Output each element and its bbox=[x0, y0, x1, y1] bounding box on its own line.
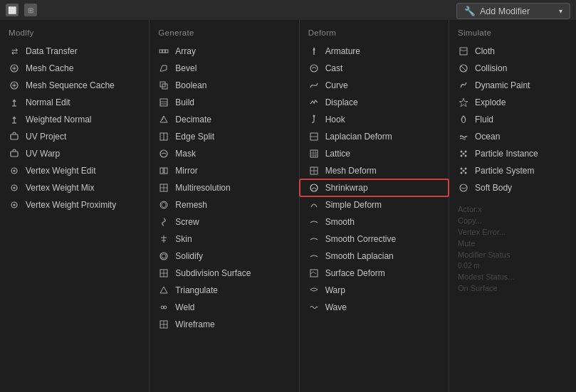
add-modifier-button[interactable]: 🔧 Add Modifier ▾ bbox=[456, 3, 570, 19]
bevel-item[interactable]: Bevel bbox=[150, 60, 298, 77]
warp-item[interactable]: Warp bbox=[300, 282, 449, 299]
smooth-corrective-item[interactable]: Smooth Corrective bbox=[300, 231, 449, 248]
soft-body-label: Soft Body bbox=[475, 183, 512, 193]
build-item[interactable]: Build bbox=[150, 94, 298, 111]
normal-edit-item[interactable]: Normal Edit bbox=[0, 94, 149, 111]
dropdown-arrow-icon: ▾ bbox=[559, 7, 562, 15]
smooth-label: Smooth bbox=[325, 217, 355, 227]
vertex-weight-proximity-item[interactable]: Vertex Weight Proximity bbox=[0, 196, 149, 213]
screw-item[interactable]: Screw bbox=[150, 213, 298, 231]
svg-marker-72 bbox=[459, 98, 468, 107]
armature-item[interactable]: Armature bbox=[300, 43, 449, 60]
vertex-weight-edit-item[interactable]: Vertex Weight Edit bbox=[0, 162, 149, 179]
array-item[interactable]: Array bbox=[150, 43, 298, 60]
mirror-item[interactable]: Mirror bbox=[150, 162, 298, 179]
wrench-icon: 🔧 bbox=[464, 6, 476, 16]
particle-system-label: Particle System bbox=[475, 166, 534, 176]
modify-column: Modify ⇄ Data Transfer Mesh Cache Mesh S… bbox=[0, 20, 150, 392]
data-transfer-item[interactable]: ⇄ Data Transfer bbox=[0, 43, 149, 60]
decimate-icon bbox=[158, 114, 169, 125]
surface-deform-label: Surface Deform bbox=[325, 268, 385, 278]
svg-point-75 bbox=[461, 155, 463, 157]
displace-item[interactable]: Displace bbox=[300, 94, 449, 111]
simple-deform-item[interactable]: Simple Deform bbox=[300, 196, 449, 213]
modify-header: Modify bbox=[0, 26, 149, 43]
triangulate-label: Triangulate bbox=[175, 285, 218, 295]
svg-rect-31 bbox=[160, 168, 163, 174]
mesh-cache-label: Mesh Cache bbox=[26, 63, 73, 73]
curve-item[interactable]: Curve bbox=[300, 77, 449, 94]
vertex-weight-edit-label: Vertex Weight Edit bbox=[26, 166, 96, 176]
svg-rect-23 bbox=[160, 99, 167, 106]
weld-item[interactable]: Weld bbox=[150, 299, 298, 316]
explode-item[interactable]: Explode bbox=[449, 94, 576, 111]
boolean-item[interactable]: Boolean bbox=[150, 77, 298, 94]
cloth-item[interactable]: Cloth bbox=[449, 43, 576, 60]
weighted-normal-icon bbox=[9, 114, 20, 125]
skin-item[interactable]: Skin bbox=[150, 231, 298, 248]
soft-body-item[interactable]: Soft Body bbox=[449, 179, 576, 196]
collision-item[interactable]: Collision bbox=[449, 60, 576, 77]
vertex-weight-edit-icon bbox=[9, 165, 20, 176]
svg-point-79 bbox=[465, 168, 467, 170]
decimate-item[interactable]: Decimate bbox=[150, 111, 298, 128]
uv-project-item[interactable]: UV Project bbox=[0, 128, 149, 145]
smooth-laplacian-item[interactable]: Smooth Laplacian bbox=[300, 248, 449, 265]
viewport-icon[interactable]: ⬜ bbox=[6, 4, 19, 16]
wave-icon bbox=[308, 302, 320, 313]
laplacian-deform-item[interactable]: Laplacian Deform bbox=[300, 128, 449, 145]
surface-deform-icon bbox=[308, 267, 320, 279]
mesh-deform-item[interactable]: Mesh Deform bbox=[300, 162, 449, 179]
curve-icon bbox=[308, 80, 320, 91]
solidify-item[interactable]: Solidify bbox=[150, 248, 298, 265]
lattice-item[interactable]: Lattice bbox=[300, 145, 449, 162]
hook-item[interactable]: Hook bbox=[300, 111, 449, 128]
deform-header: Deform bbox=[300, 26, 449, 43]
uv-warp-label: UV Warp bbox=[26, 149, 60, 159]
generate-column: Generate Array Bevel Boolean Build bbox=[150, 20, 299, 392]
mesh-deform-label: Mesh Deform bbox=[325, 166, 377, 176]
warp-icon bbox=[308, 285, 320, 296]
mirror-label: Mirror bbox=[175, 166, 197, 176]
layout-icon[interactable]: ⊞ bbox=[24, 4, 37, 16]
mesh-cache-item[interactable]: Mesh Cache bbox=[0, 60, 149, 77]
cast-item[interactable]: Cast bbox=[300, 60, 449, 77]
smooth-item[interactable]: Smooth bbox=[300, 213, 449, 231]
explode-label: Explode bbox=[475, 97, 506, 107]
svg-point-82 bbox=[463, 170, 465, 172]
weighted-normal-item[interactable]: Weighted Normal bbox=[0, 111, 149, 128]
triangulate-item[interactable]: Triangulate bbox=[150, 282, 298, 299]
multiresolution-item[interactable]: Multiresolution bbox=[150, 179, 298, 196]
dynamic-paint-item[interactable]: Dynamic Paint bbox=[449, 77, 576, 94]
ocean-item[interactable]: Ocean bbox=[449, 128, 576, 145]
hook-label: Hook bbox=[325, 115, 345, 125]
bevel-icon bbox=[158, 63, 169, 74]
uv-warp-item[interactable]: UV Warp bbox=[0, 145, 149, 162]
data-transfer-icon: ⇄ bbox=[9, 46, 20, 57]
particle-system-item[interactable]: Particle System bbox=[449, 162, 576, 179]
particle-instance-label: Particle Instance bbox=[475, 149, 538, 159]
shrinkwrap-item[interactable]: Shrinkwrap bbox=[300, 179, 449, 196]
cloth-label: Cloth bbox=[475, 46, 495, 56]
remesh-item[interactable]: Remesh bbox=[150, 196, 298, 213]
simulate-header: Simulate bbox=[449, 26, 576, 43]
surface-deform-item[interactable]: Surface Deform bbox=[300, 265, 449, 282]
edge-split-item[interactable]: Edge Split bbox=[150, 128, 298, 145]
svg-point-56 bbox=[313, 115, 315, 117]
fluid-icon bbox=[458, 114, 469, 125]
wireframe-item[interactable]: Wireframe bbox=[150, 316, 298, 333]
svg-point-81 bbox=[465, 172, 467, 174]
mask-item[interactable]: Mask bbox=[150, 145, 298, 162]
simple-deform-icon bbox=[308, 199, 320, 211]
remesh-icon bbox=[158, 199, 169, 211]
mesh-sequence-cache-item[interactable]: Mesh Sequence Cache bbox=[0, 77, 149, 94]
vertex-weight-mix-item[interactable]: Vertex Weight Mix bbox=[0, 179, 149, 196]
wave-item[interactable]: Wave bbox=[300, 299, 449, 316]
remesh-label: Remesh bbox=[175, 200, 207, 210]
svg-rect-10 bbox=[11, 134, 18, 139]
particle-instance-item[interactable]: Particle Instance bbox=[449, 145, 576, 162]
subdivision-surface-item[interactable]: Subdivision Surface bbox=[150, 265, 298, 282]
smooth-corrective-icon bbox=[308, 233, 320, 245]
fluid-item[interactable]: Fluid bbox=[449, 111, 576, 128]
svg-rect-59 bbox=[310, 150, 318, 157]
